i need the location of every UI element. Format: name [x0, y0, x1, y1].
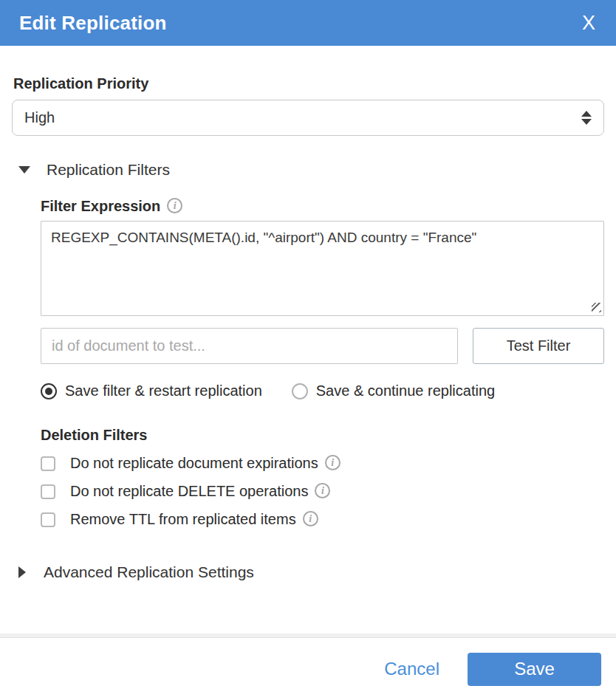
replication-filters-toggle[interactable]: Replication Filters — [18, 161, 604, 179]
cancel-button[interactable]: Cancel — [384, 659, 439, 679]
radio-save-restart-label: Save filter & restart replication — [65, 382, 262, 399]
checkbox-delete-ops-label: Do not replicate DELETE operations — [70, 483, 308, 500]
info-icon[interactable]: i — [303, 511, 318, 526]
radio-save-continue-label: Save & continue replicating — [316, 382, 495, 399]
dialog-header: Edit Replication X — [0, 0, 616, 46]
test-filter-row: Test Filter — [41, 328, 604, 364]
resize-handle-icon[interactable] — [592, 303, 601, 312]
replication-priority-select[interactable]: High — [12, 100, 604, 136]
checkbox-icon — [41, 456, 55, 471]
save-button[interactable]: Save — [468, 653, 601, 686]
test-filter-button[interactable]: Test Filter — [473, 328, 604, 364]
checkbox-row-delete-ops[interactable]: Do not replicate DELETE operations i — [41, 483, 604, 500]
select-arrows-icon — [581, 111, 592, 125]
dialog-footer: Cancel Save — [0, 638, 616, 700]
replication-filters-toggle-label: Replication Filters — [47, 161, 170, 179]
replication-priority-value: High — [24, 109, 55, 126]
radio-save-restart[interactable]: Save filter & restart replication — [41, 382, 262, 399]
dialog-body: Replication Priority High Replication Fi… — [0, 46, 616, 634]
dialog-title: Edit Replication — [19, 12, 167, 35]
info-icon[interactable]: i — [315, 483, 330, 498]
triangle-down-icon — [18, 166, 30, 174]
filter-expression-textarea[interactable]: REGEXP_CONTAINS(META().id, "^airport") A… — [41, 221, 604, 316]
replication-filters-content: Filter Expression i REGEXP_CONTAINS(META… — [41, 198, 604, 528]
triangle-right-icon — [18, 566, 26, 578]
radio-unselected-icon — [292, 383, 308, 399]
advanced-settings-toggle-label: Advanced Replication Settings — [44, 563, 254, 581]
save-mode-radio-group: Save filter & restart replication Save &… — [41, 382, 604, 399]
checkbox-row-remove-ttl[interactable]: Remove TTL from replicated items i — [41, 511, 604, 528]
filter-expression-label: Filter Expression — [41, 198, 160, 215]
filter-expression-label-row: Filter Expression i — [41, 198, 604, 215]
checkbox-icon — [41, 512, 55, 527]
radio-selected-icon — [41, 383, 57, 399]
deletion-filters-heading: Deletion Filters — [41, 427, 604, 444]
checkbox-icon — [41, 484, 55, 499]
radio-save-continue[interactable]: Save & continue replicating — [292, 382, 495, 399]
close-icon[interactable]: X — [582, 13, 595, 33]
checkbox-expirations-label: Do not replicate document expirations — [70, 455, 318, 472]
checkbox-remove-ttl-label: Remove TTL from replicated items — [70, 511, 296, 528]
checkbox-row-expirations[interactable]: Do not replicate document expirations i — [41, 455, 604, 472]
filter-expression-wrap: REGEXP_CONTAINS(META().id, "^airport") A… — [41, 221, 604, 316]
advanced-settings-toggle[interactable]: Advanced Replication Settings — [18, 563, 604, 581]
replication-priority-label: Replication Priority — [13, 75, 604, 92]
info-icon[interactable]: i — [325, 455, 340, 470]
info-icon[interactable]: i — [167, 198, 182, 213]
edit-replication-dialog: Edit Replication X Replication Priority … — [0, 0, 616, 700]
test-document-id-input[interactable] — [41, 328, 458, 364]
